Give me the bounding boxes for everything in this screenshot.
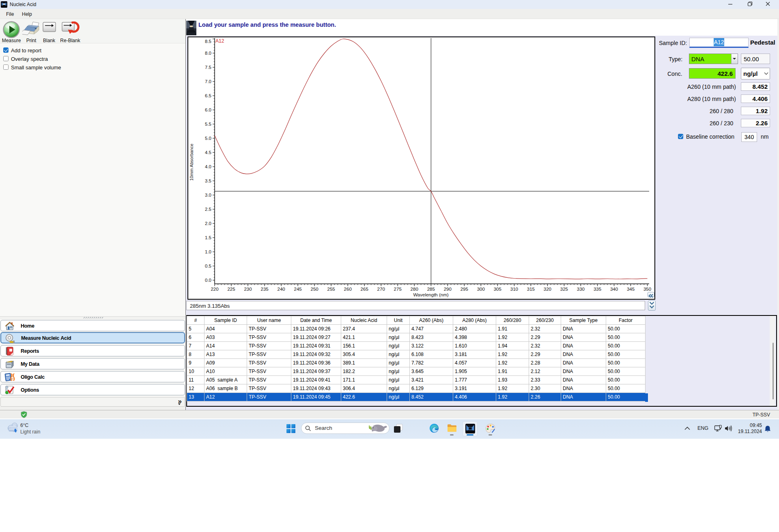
svg-text:235: 235 xyxy=(261,287,269,292)
svg-text:270: 270 xyxy=(377,287,385,292)
svg-text:1.5: 1.5 xyxy=(205,235,211,240)
svg-text:5.5: 5.5 xyxy=(205,122,211,127)
svg-text:265: 265 xyxy=(361,287,368,292)
svg-text:6.5: 6.5 xyxy=(205,93,211,98)
svg-text:4.0: 4.0 xyxy=(205,164,211,169)
svg-text:290: 290 xyxy=(444,287,452,292)
svg-text:7.5: 7.5 xyxy=(205,65,211,70)
svg-text:8.0: 8.0 xyxy=(205,51,211,56)
svg-text:295: 295 xyxy=(461,287,468,292)
svg-text:230: 230 xyxy=(244,287,252,292)
svg-text:325: 325 xyxy=(560,287,568,292)
svg-text:8.5: 8.5 xyxy=(205,39,211,44)
svg-text:350: 350 xyxy=(643,287,651,292)
svg-text:345: 345 xyxy=(627,287,635,292)
svg-text:0.5: 0.5 xyxy=(205,264,211,268)
svg-text:305: 305 xyxy=(494,287,501,292)
svg-text:3.5: 3.5 xyxy=(205,178,211,183)
svg-text:275: 275 xyxy=(394,287,402,292)
svg-text:1.0: 1.0 xyxy=(205,249,211,254)
svg-text:A12: A12 xyxy=(215,38,224,44)
svg-text:250: 250 xyxy=(311,287,318,292)
svg-text:335: 335 xyxy=(594,287,601,292)
svg-text:310: 310 xyxy=(510,287,518,292)
svg-text:320: 320 xyxy=(544,287,551,292)
svg-text:2.5: 2.5 xyxy=(205,207,211,212)
svg-text:330: 330 xyxy=(577,287,585,292)
svg-text:3.0: 3.0 xyxy=(205,193,211,197)
svg-text:225: 225 xyxy=(227,287,235,292)
svg-text:255: 255 xyxy=(327,287,335,292)
svg-text:2.0: 2.0 xyxy=(205,221,211,226)
svg-text:240: 240 xyxy=(278,287,285,292)
svg-text:0.0: 0.0 xyxy=(205,278,211,283)
svg-text:220: 220 xyxy=(211,287,218,292)
svg-text:6.0: 6.0 xyxy=(205,107,211,112)
svg-text:315: 315 xyxy=(527,287,535,292)
svg-text:285: 285 xyxy=(427,287,435,292)
svg-text:340: 340 xyxy=(610,287,618,292)
svg-text:4.5: 4.5 xyxy=(205,150,211,155)
svg-text:245: 245 xyxy=(294,287,302,292)
svg-text:5.0: 5.0 xyxy=(205,136,211,141)
svg-text:260: 260 xyxy=(344,287,352,292)
svg-text:280: 280 xyxy=(411,287,418,292)
svg-text:10mm Absorbance: 10mm Absorbance xyxy=(189,144,194,181)
svg-text:Wavelength (nm): Wavelength (nm) xyxy=(413,292,448,297)
svg-text:300: 300 xyxy=(477,287,485,292)
svg-text:7.0: 7.0 xyxy=(205,79,211,84)
